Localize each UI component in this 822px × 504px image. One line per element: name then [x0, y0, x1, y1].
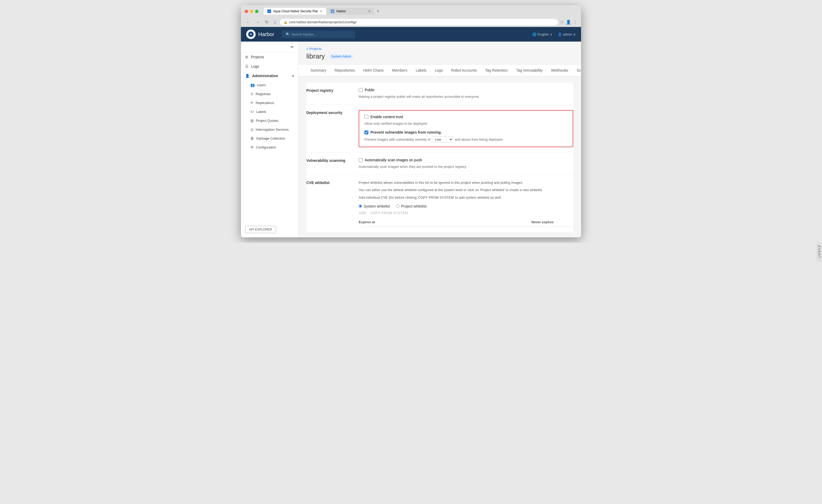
deployment-security-label: Deployment security — [306, 110, 359, 147]
harbor-logo-svg — [248, 31, 254, 37]
prevent-row: Prevent vulnerable images from running. … — [364, 130, 567, 142]
search-box[interactable]: 🔍 Search Harbor... — [282, 31, 355, 38]
tab-summary[interactable]: Summary — [306, 65, 330, 76]
sidebar-administration[interactable]: 👤 Administration ∨ — [241, 71, 298, 81]
whitelist-radio-group: System whitelist Project whitelist — [359, 204, 573, 208]
user-button[interactable]: 👤 admin ∨ — [558, 32, 576, 36]
sidebar-item-configuration[interactable]: ⚙ Configuration — [241, 143, 298, 152]
sidebar-item-registries[interactable]: ⊙ Registries — [241, 89, 298, 98]
bookmark-icon[interactable]: ☆ — [560, 20, 564, 25]
tab-members[interactable]: Members — [388, 65, 412, 76]
public-label[interactable]: Public — [365, 88, 375, 92]
sidebar-collapse-button[interactable]: ≪ — [241, 42, 298, 52]
search-placeholder: Search Harbor... — [292, 32, 316, 36]
system-whitelist-option[interactable]: System whitelist — [359, 204, 390, 208]
sidebar-item-garbage[interactable]: 🗑 Garbage Collection — [241, 134, 298, 143]
project-registry-content: Public Making a project registry public … — [359, 88, 573, 99]
project-tabs: Summary Repositories Helm Charts Members… — [299, 65, 581, 76]
project-whitelist-radio[interactable] — [396, 204, 399, 208]
menu-icon[interactable]: ⋮ — [573, 20, 577, 25]
sidebar-item-replications[interactable]: ⟳ Replications — [241, 98, 298, 107]
maximize-button[interactable] — [255, 10, 259, 13]
search-icon: 🔍 — [286, 32, 290, 36]
browser-tabs: A Aqua Cloud Native Security Plat ✕ H Ha… — [264, 8, 577, 15]
user-label: admin — [563, 32, 572, 36]
back-button[interactable]: ← — [245, 19, 252, 25]
tab2-close[interactable]: ✕ — [368, 10, 370, 13]
registries-icon: ⊙ — [250, 92, 254, 96]
content-trust-label[interactable]: Enable content trust — [370, 115, 403, 119]
cve-table-header: Expires at Never expires — [359, 217, 573, 227]
tab1-favicon: A — [267, 9, 271, 13]
copy-from-system-button[interactable]: COPY FROM SYSTEM — [370, 211, 408, 215]
public-checkbox-row: Public — [359, 88, 573, 92]
tab-2[interactable]: H Harbor ✕ — [327, 8, 374, 15]
tab-logs[interactable]: Logs — [431, 65, 447, 76]
profile-icon[interactable]: 👤 — [566, 20, 571, 25]
language-button[interactable]: 🌐 English ∨ — [532, 32, 552, 36]
tab-repositories[interactable]: Repositories — [330, 65, 359, 76]
content-trust-description: Allow only verified images to be deploye… — [364, 121, 567, 126]
url-bar[interactable]: 🔒 core.harbor.domain/harbor/projects/1/c… — [280, 19, 558, 25]
replications-icon: ⟳ — [250, 101, 254, 105]
project-registry-label: Project registry — [306, 88, 359, 99]
tab-helm-charts[interactable]: Helm Charts — [359, 65, 388, 76]
severity-select[interactable]: Low Medium High Critical — [432, 136, 453, 142]
new-tab-button[interactable]: + — [375, 9, 381, 14]
harbor-logo-text: Harbor — [258, 31, 274, 37]
page-title-row: library System Admin — [306, 52, 573, 60]
minimize-button[interactable] — [250, 10, 253, 13]
sidebar-item-interrogation[interactable]: ◎ Interrogation Services — [241, 125, 298, 134]
deployment-security-content: Enable content trust Allow only verified… — [359, 110, 573, 147]
auto-scan-label[interactable]: Automatically scan images on push — [365, 158, 422, 162]
page-title: library — [306, 52, 325, 60]
public-checkbox[interactable] — [359, 88, 363, 92]
tab-1[interactable]: A Aqua Cloud Native Security Plat ✕ — [264, 8, 326, 15]
home-button[interactable]: ⌂ — [272, 19, 278, 25]
tab-labels[interactable]: Labels — [412, 65, 431, 76]
reload-button[interactable]: ↻ — [264, 19, 270, 25]
prevent-checkbox[interactable] — [364, 130, 368, 134]
sidebar-item-users[interactable]: 👥 Users — [241, 81, 298, 89]
app-header: Harbor 🔍 Search Harbor... 🌐 English ∨ 👤 … — [241, 27, 581, 42]
labels-icon: 🏷 — [250, 110, 254, 114]
sidebar-item-labels[interactable]: 🏷 Labels — [241, 107, 298, 116]
svg-point-1 — [250, 34, 252, 35]
config-form: Project registry Public Making a project… — [306, 83, 573, 232]
breadcrumb[interactable]: < Projects — [306, 47, 573, 51]
users-icon: 👥 — [250, 83, 255, 87]
cve-desc3: Add individual CVE IDs before clicking '… — [359, 195, 573, 201]
sidebar: ≪ ⊞ Projects ☰ Logs 👤 Administration ∨ 👥 — [241, 42, 299, 237]
tab-tag-retention[interactable]: Tag Retention — [481, 65, 512, 76]
forward-button[interactable]: → — [254, 19, 261, 25]
add-button[interactable]: ADD — [359, 211, 366, 215]
tab1-close[interactable]: ✕ — [320, 10, 322, 13]
prevent-checkbox-row: Prevent vulnerable images from running. — [364, 130, 567, 134]
sidebar-item-logs[interactable]: ☰ Logs — [241, 62, 298, 71]
tab-webhooks[interactable]: Webhooks — [547, 65, 572, 76]
sidebar-item-projects[interactable]: ⊞ Projects — [241, 52, 298, 62]
header-search[interactable]: 🔍 Search Harbor... — [282, 31, 527, 38]
cve-whitelist-content: Project whitelist allows vulnerabilities… — [359, 180, 573, 227]
tab-tag-immutability[interactable]: Tag Immutability — [512, 65, 547, 76]
tab1-title: Aqua Cloud Native Security Plat — [273, 9, 318, 13]
api-explorer-button[interactable]: API EXPLORER — [245, 226, 276, 233]
prevent-label[interactable]: Prevent vulnerable images from running. — [370, 130, 442, 134]
deployment-security-row: Deployment security Enable content trust… — [306, 105, 573, 153]
sidebar-item-project-quotas[interactable]: ▤ Project Quotas — [241, 116, 298, 125]
vulnerability-scanning-row: Vulnerability scanning Automatically sca… — [306, 153, 573, 175]
close-button[interactable] — [245, 10, 248, 13]
tab2-favicon: H — [331, 9, 334, 13]
system-whitelist-radio[interactable] — [359, 204, 362, 208]
vulnerability-scanning-label: Vulnerability scanning — [306, 158, 359, 169]
user-icon: 👤 — [558, 32, 562, 36]
traffic-lights — [245, 10, 259, 13]
content-trust-checkbox[interactable] — [364, 115, 368, 119]
tab-robot-accounts[interactable]: Robot Accounts — [447, 65, 481, 76]
user-chevron-icon: ∨ — [573, 32, 576, 36]
project-whitelist-option[interactable]: Project whitelist — [396, 204, 426, 208]
auto-scan-checkbox[interactable] — [359, 158, 363, 162]
auto-scan-row: Automatically scan images on push — [359, 158, 573, 162]
tab-scanner[interactable]: Scanner — [572, 65, 581, 76]
harbor-logo[interactable]: Harbor — [246, 30, 274, 39]
